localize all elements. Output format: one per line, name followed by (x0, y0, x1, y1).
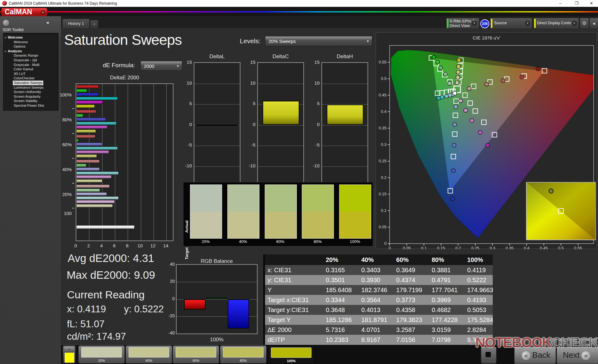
restore-icon[interactable]: ❐ (571, 0, 582, 7)
levels-dropdown[interactable]: 20% Sweeps ▼ (265, 36, 372, 46)
workflow-status-icon[interactable] (2, 19, 10, 26)
target-swatch (339, 212, 371, 238)
chevron-down-icon[interactable]: ▼ (525, 21, 530, 26)
sample-label: 80% (220, 359, 266, 362)
sidebar-item-grayscale-multi[interactable]: Grayscale - Multi (3, 63, 58, 67)
sample-button-60[interactable]: 60% (173, 346, 219, 363)
sidebar-item-dynamic-range[interactable]: Dynamic Range (3, 53, 58, 58)
svg-text:0.4: 0.4 (524, 246, 529, 249)
group-label-20: 20% (62, 192, 72, 197)
transport-button-1[interactable] (497, 338, 517, 346)
gridline (115, 84, 115, 240)
table-row-x-cie31: x: CIE310.31650.34030.36490.38810.4119 (265, 265, 493, 275)
sidebar-group-welcome[interactable]: ◢Welcome (3, 35, 58, 40)
cie-measured-point-yellow (457, 64, 461, 68)
table-cell: 0.3930 (361, 275, 380, 285)
gridline (166, 84, 167, 240)
collapse-panel-icon[interactable]: ◀ (589, 18, 598, 29)
sidebar-item-luminance-sweeps[interactable]: Luminance Sweeps (3, 85, 58, 90)
table-cell: 181.8791 (361, 315, 387, 325)
sidebar-item-grayscale-2pt[interactable]: Grayscale - 2pt (3, 58, 58, 63)
y-tick-label: 0 (164, 296, 175, 301)
svg-text:0.25: 0.25 (379, 159, 387, 163)
svg-text:0.05: 0.05 (403, 246, 411, 249)
sample-button-100[interactable]: 100% (268, 346, 315, 364)
de-bar-100-5 (76, 105, 95, 108)
gear-icon[interactable]: ⚙ (580, 18, 589, 29)
sidebar-item-color-gamut[interactable]: Color Gamut (3, 67, 58, 72)
cie-measured-point-yellow (457, 58, 461, 62)
chevron-down-icon[interactable]: ▼ (572, 21, 577, 26)
transport-icon (546, 340, 549, 344)
sidebar-item-spectral-power-dist[interactable]: Spectral Power Dist. (3, 103, 58, 108)
close-icon[interactable]: ✕ (586, 0, 597, 7)
sidebar-item-welcome[interactable]: Welcome (3, 40, 58, 44)
transport-icon (586, 340, 590, 344)
avg-de2000: Avg dE2000: 4.31 (64, 252, 158, 264)
display-control-dropdown[interactable]: Direct Display Control ▼ (533, 18, 579, 29)
sidebar-group-analysis[interactable]: ◢Analysis (3, 49, 58, 54)
table-cell: 0.4119 (467, 265, 486, 275)
source-dropdown[interactable]: Source ▼ (490, 18, 532, 29)
reading-cdm2: cd/m²: 174.97 (67, 331, 126, 342)
sample-button-20[interactable]: 20% (78, 346, 125, 363)
sidebar-item-options[interactable]: Options (3, 44, 58, 49)
transport-button-5[interactable] (578, 338, 598, 346)
sample-button-40[interactable]: 40% (126, 346, 172, 363)
stop-button[interactable] (481, 346, 497, 364)
table-cell: 0.3564 (361, 295, 380, 305)
sidebar-item-3d-lut[interactable]: 3D LUT (3, 72, 58, 76)
levels-value: 20% Sweeps (268, 39, 296, 44)
table-cell: 0.3648 (326, 305, 345, 315)
rgb-balance-chart: RGB Balance40200-20-40100% (164, 258, 270, 348)
de-summary: Avg dE2000: 4.31 Max dE2000: 9.09 (64, 252, 158, 286)
deltah-bar (327, 105, 363, 125)
sidebar-item-saturation-sweeps[interactable]: Saturation Sweeps (3, 81, 58, 85)
swatch-label: 80% (302, 239, 333, 244)
gridline (177, 282, 257, 282)
levels-label: Levels: (240, 37, 261, 45)
row-label: dEITP (268, 335, 285, 345)
y-tick-label: 20 (164, 279, 175, 284)
sidebar-item-screen-stability[interactable]: Screen Stability (3, 99, 58, 103)
expander-icon[interactable]: ◢ (4, 35, 6, 40)
sidebar-item-screen-angularity[interactable]: Screen Angularity (3, 94, 58, 99)
transport-button-3[interactable] (538, 338, 557, 346)
calman-logo-menu[interactable]: CalMAN ▼ (1, 8, 47, 17)
transport-button-2[interactable] (518, 338, 537, 346)
minimize-icon[interactable]: – (555, 0, 566, 7)
next-chevron-icon: » (581, 351, 590, 360)
back-button[interactable]: «Back (514, 347, 556, 364)
column-header-40: 40% (361, 254, 374, 265)
rgb-balance-title: RGB Balance (176, 258, 258, 264)
expander-icon[interactable]: ◢ (4, 49, 6, 54)
group-label-60: 60% (62, 142, 72, 147)
up-arrow-icon[interactable]: ▲ (64, 347, 74, 352)
de-bar-60-2 (76, 142, 102, 146)
y-tick-label: 0 (245, 122, 255, 127)
target-swatch (302, 212, 334, 238)
table-row-e-2000: ΔE 20005.73164.07013.25873.01592.8284 (265, 325, 493, 335)
cie-measured-point-green (436, 60, 440, 64)
deltae-plot (76, 83, 173, 241)
y-tick-label: -20 (164, 313, 175, 318)
next-button[interactable]: Next» (557, 347, 598, 364)
sidebar-item-colorchecker[interactable]: ColorChecker (3, 76, 58, 81)
gridline (322, 125, 368, 125)
workflow-tree: ◢WelcomeWelcomeOptions◢AnalysisDynamic R… (3, 33, 59, 111)
de-formula-dropdown[interactable]: 2000 ▼ (140, 61, 182, 71)
deltae-chart-title: DeltaE 2000 (76, 75, 173, 81)
logo-dropdown-icon[interactable]: ▼ (40, 10, 45, 15)
add-tab-button[interactable]: + (90, 20, 98, 28)
sample-swatch (271, 348, 311, 358)
tab-history-1[interactable]: History 1 (62, 19, 90, 28)
swatch-column-60 (265, 184, 297, 239)
transport-button-4[interactable] (558, 338, 577, 346)
chevron-down-icon[interactable]: ▼ (472, 21, 477, 26)
sidebar-item-screen-uniformity[interactable]: Screen Uniformity (3, 90, 58, 94)
sample-button-80[interactable]: 80% (220, 346, 266, 363)
meter-dropdown[interactable]: X-Rite i1Pro 2 Direct View ▼ (446, 18, 479, 29)
svg-text:0.45: 0.45 (379, 93, 387, 97)
sample-label: 20% (78, 359, 125, 362)
sidebar-collapse-icon[interactable]: ◀ (44, 19, 50, 26)
